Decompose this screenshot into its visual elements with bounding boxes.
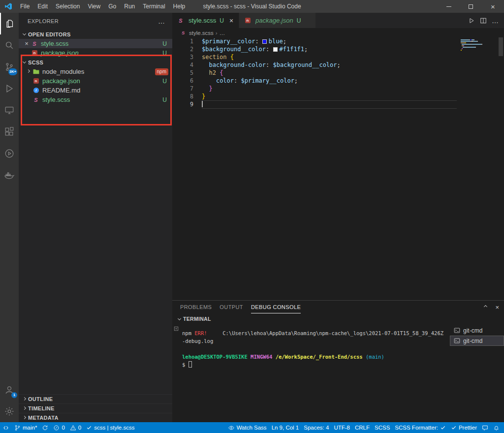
code-line[interactable]: 9 xyxy=(172,100,504,108)
code-token: } xyxy=(209,85,212,92)
code-line[interactable]: 7 } xyxy=(172,85,504,93)
open-editor-item[interactable]: package.jsonU xyxy=(19,48,172,58)
run-debug-icon[interactable] xyxy=(0,78,19,99)
code-line[interactable]: 6 color: $primary__color; xyxy=(172,77,504,85)
status-eol[interactable]: CRLF xyxy=(352,422,372,433)
menu-run[interactable]: Run xyxy=(120,0,139,13)
breadcrumb[interactable]: Sstyle.scss›… xyxy=(172,28,504,37)
terminal-token: (main) xyxy=(366,354,384,360)
code-token xyxy=(202,62,209,68)
chevron-right-icon xyxy=(23,406,26,409)
file-tree-item[interactable]: README.md xyxy=(19,86,172,95)
breadcrumb-item[interactable]: … xyxy=(220,30,225,36)
maximize-button[interactable] xyxy=(460,0,482,13)
menu-go[interactable]: Go xyxy=(104,0,120,13)
npm-script-badge: npm xyxy=(155,68,168,75)
status-errors[interactable]: 0 xyxy=(51,422,67,433)
color-swatch xyxy=(273,47,278,52)
panel-actions: × xyxy=(482,301,499,313)
live-preview-icon[interactable] xyxy=(0,143,19,164)
code-editor[interactable]: 1$primary__color: blue;2$background__col… xyxy=(172,37,504,300)
section-outline[interactable]: OUTLINE xyxy=(19,394,172,403)
code-line[interactable]: 3section { xyxy=(172,53,504,61)
code-line[interactable]: 5 h2 { xyxy=(172,69,504,77)
remote-explorer-icon[interactable] xyxy=(0,99,19,121)
file-tree-item[interactable]: node_modulesnpm xyxy=(19,67,172,76)
chevron-down-icon xyxy=(178,316,181,320)
status-label: Spaces: 4 xyxy=(304,425,329,431)
menu-selection[interactable]: Selection xyxy=(52,0,84,13)
extensions-icon[interactable] xyxy=(0,121,19,143)
status-warnings[interactable]: 0 xyxy=(67,422,84,433)
section-timeline[interactable]: TIMELINE xyxy=(19,403,172,413)
docker-icon[interactable] xyxy=(0,164,19,186)
terminal-instance[interactable]: git-cmd xyxy=(450,325,504,336)
status-live-sass-output[interactable]: scss | style.scss xyxy=(84,422,137,433)
terminal[interactable]: npm ERR! C:\Users\lehoa\AppData\Roaming\… xyxy=(172,324,450,422)
breadcrumb-item[interactable]: style.scss xyxy=(189,30,214,36)
code-token: ; xyxy=(304,46,308,53)
close-panel-icon[interactable]: × xyxy=(495,304,499,311)
panel-tab-problems[interactable]: PROBLEMS xyxy=(180,301,212,313)
minimap[interactable] xyxy=(461,39,496,53)
panel-tab-debug-console[interactable]: DEBUG CONSOLE xyxy=(251,301,301,313)
close-editor-icon[interactable]: × xyxy=(23,40,31,47)
file-tree-item[interactable]: Sstyle.scssU xyxy=(19,95,172,104)
minimize-button[interactable] xyxy=(438,0,460,13)
status-notifications[interactable] xyxy=(491,422,502,433)
settings-gear-icon[interactable] xyxy=(0,401,19,422)
accounts-icon[interactable]: 1 xyxy=(0,379,19,401)
terminal-instance[interactable]: git-cmd xyxy=(450,336,504,346)
line-content: h2 { xyxy=(202,69,223,77)
open-editor-item[interactable]: ×Sstyle.scssU xyxy=(19,39,172,48)
source-control-icon[interactable]: 3K+ xyxy=(0,56,19,78)
scrollbar-thumb[interactable] xyxy=(499,37,503,56)
git-status-badge: U xyxy=(162,50,167,57)
menu-terminal[interactable]: Terminal xyxy=(139,0,169,13)
split-editor-icon[interactable] xyxy=(480,17,487,24)
menu-file[interactable]: File xyxy=(16,0,33,13)
scss-folder-header[interactable]: SCSS xyxy=(19,58,172,67)
status-encoding[interactable]: UTF-8 xyxy=(331,422,352,433)
close-window-button[interactable]: × xyxy=(482,0,504,13)
terminal-line: npm ERR! C:\Users\lehoa\AppData\Roaming\… xyxy=(182,329,450,337)
status-prettier[interactable]: Prettier xyxy=(448,422,479,433)
tab-package.json[interactable]: package.jsonU xyxy=(239,13,316,28)
editor-more-actions-icon[interactable]: … xyxy=(492,17,499,25)
status-sync[interactable] xyxy=(39,422,51,433)
minimap-line xyxy=(461,45,496,46)
terminal-section-header[interactable]: TERMINAL xyxy=(172,313,504,324)
status-language-mode[interactable]: SCSS xyxy=(372,422,392,433)
status-indentation[interactable]: Spaces: 4 xyxy=(301,422,331,433)
code-line[interactable]: 8} xyxy=(172,93,504,100)
code-line[interactable]: 1$primary__color: blue; xyxy=(172,37,504,45)
status-label: 0 xyxy=(62,425,64,431)
explorer-icon[interactable] xyxy=(0,13,19,34)
status-git-branch[interactable]: main* xyxy=(12,422,39,433)
status-remote[interactable] xyxy=(0,422,12,433)
file-tree-item[interactable]: package.jsonU xyxy=(19,76,172,86)
section-label: METADATA xyxy=(28,415,59,421)
open-editors-header[interactable]: OPEN EDITORS xyxy=(19,30,172,39)
line-number: 8 xyxy=(172,93,202,100)
code-line[interactable]: 2$background__color: #f1f1f1; xyxy=(172,45,504,53)
scss-icon: S xyxy=(31,40,38,47)
section-metadata[interactable]: METADATA xyxy=(19,413,172,422)
status-feedback[interactable] xyxy=(479,422,491,433)
code-token: { xyxy=(230,54,234,61)
menu-help[interactable]: Help xyxy=(169,0,189,13)
code-line[interactable]: 4 background-color: $background__color; xyxy=(172,61,504,69)
status-watch-sass[interactable]: Watch Sass xyxy=(225,422,269,433)
explorer-more-actions-icon[interactable]: … xyxy=(158,17,165,25)
section-label: OUTLINE xyxy=(28,396,53,402)
menu-view[interactable]: View xyxy=(84,0,104,13)
close-tab-icon[interactable]: × xyxy=(228,17,234,25)
panel-tab-output[interactable]: OUTPUT xyxy=(220,301,243,313)
maximize-panel-icon[interactable] xyxy=(484,305,487,308)
search-icon[interactable] xyxy=(0,34,19,56)
status-cursor-position[interactable]: Ln 9, Col 1 xyxy=(269,422,302,433)
tab-style.scss[interactable]: Sstyle.scssU× xyxy=(172,13,239,28)
run-file-icon[interactable] xyxy=(468,17,475,24)
status-scss-formatter[interactable]: SCSS Formatter: xyxy=(392,422,448,433)
menu-edit[interactable]: Edit xyxy=(33,0,52,13)
